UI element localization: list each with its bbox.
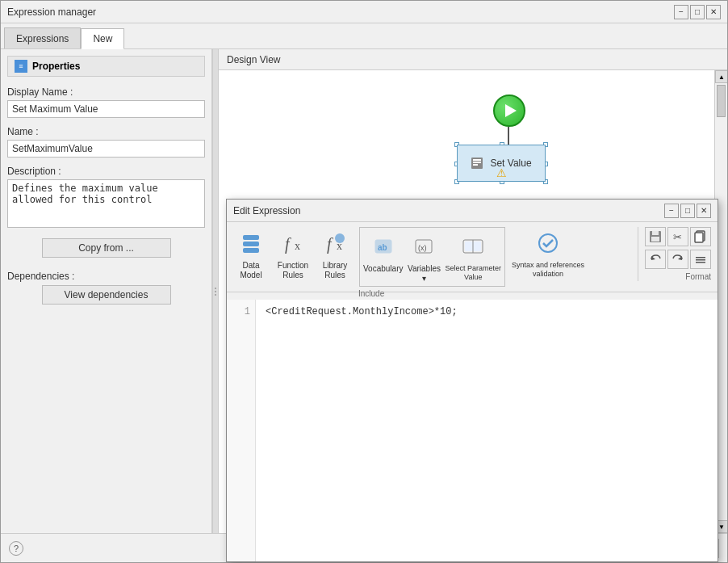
vocabulary-icon: ab [372,235,395,258]
name-input[interactable] [7,140,205,158]
play-icon [505,104,517,117]
function-rules-button[interactable]: f x [277,227,309,259]
copy-button[interactable] [690,227,711,246]
toolbar-variables-group: (x) Variables▾ [406,230,441,284]
properties-icon: ≡ [15,60,27,73]
tab-expressions[interactable]: Expressions [4,27,81,48]
redo-button[interactable] [667,250,688,269]
data-model-button[interactable] [235,227,267,259]
dialog-minimize-button[interactable]: − [664,204,679,218]
function-icon: f x [282,232,304,254]
display-name-input[interactable] [7,100,205,118]
svg-rect-29 [696,259,705,261]
redo-icon [672,253,684,266]
set-value-node[interactable]: Set Value ⚠ [457,145,546,182]
right-toolbar-row-1: ✂ [645,227,711,246]
warning-icon: ⚠ [496,166,507,179]
toolbar-syntax-validation-group: Syntax and referencesvalidation [512,227,584,279]
code-editor[interactable]: 1 <CreditRequest.MonthlyIncome>*10; [227,300,718,561]
scroll-thumb[interactable] [717,85,726,117]
description-textarea[interactable]: Defines the maximum value allowed for th… [7,179,205,228]
function-rules-label: FunctionRules [278,261,308,280]
description-group: Description : Defines the maximum value … [7,166,205,230]
toolbar-data-model-group: DataModel [233,227,269,280]
format-label: Format [645,272,711,281]
panel-header: ≡ Properties [7,56,205,77]
dialog-title: Edit Expression [233,205,300,216]
svg-rect-22 [651,237,659,242]
name-group: Name : [7,126,205,158]
select-parameter-button[interactable] [457,230,489,263]
toolbar-function-rules-group: f x FunctionRules [275,227,311,280]
title-bar: Expression manager − □ ✕ [1,1,727,23]
scroll-up-button[interactable]: ▲ [715,70,727,83]
help-button[interactable]: ? [9,541,23,556]
name-label: Name : [7,126,205,137]
variables-button[interactable]: (x) [408,230,440,263]
flow-start-node[interactable] [493,95,525,127]
dialog-maximize-button[interactable]: □ [680,204,695,218]
syntax-validation-button[interactable] [532,227,564,259]
close-button[interactable]: ✕ [706,5,721,19]
svg-marker-27 [678,256,682,260]
svg-rect-3 [473,164,478,166]
dependencies-group: Dependencies : View dependencies [7,271,205,305]
dependencies-label: Dependencies : [7,271,205,282]
undo-button[interactable] [645,250,666,269]
design-view-header: Design View [219,49,727,70]
select-parameter-icon [462,235,484,258]
library-icon: f x [324,232,346,254]
edit-expression-dialog: Edit Expression − □ ✕ DataModel f [226,199,718,562]
code-content[interactable]: <CreditRequest.MonthlyIncome>*10; [256,300,718,561]
tab-new[interactable]: New [81,28,124,49]
flow-node-container: Set Value ⚠ [457,145,546,182]
variables-icon: (x) [412,235,435,258]
save-button[interactable] [645,227,666,246]
view-dependencies-button[interactable]: View dependencies [42,285,171,305]
svg-text:f: f [327,235,333,254]
design-view-label: Design View [227,54,280,65]
svg-point-11 [335,233,345,243]
right-toolbar: ✂ [638,227,711,281]
more-icon [694,253,707,266]
vocabulary-button[interactable]: ab [367,230,400,263]
svg-point-19 [539,234,557,252]
include-group: ab Vocabulary (x) Variables▾ [359,227,505,287]
svg-text:ab: ab [378,243,387,252]
svg-rect-4 [243,235,259,240]
display-name-group: Display Name : [7,86,205,118]
data-model-label: DataModel [240,261,261,280]
save-icon [649,230,662,243]
data-model-icon [240,232,262,254]
minimize-button[interactable]: − [674,5,688,19]
maximize-button[interactable]: □ [690,5,705,19]
svg-rect-28 [696,257,705,258]
line-numbers: 1 [227,300,256,561]
syntax-validation-label: Syntax and referencesvalidation [512,261,584,279]
title-bar-controls: − □ ✕ [674,5,721,19]
title-bar-left: Expression manager [7,6,96,18]
library-rules-button[interactable]: f x [319,227,351,259]
svg-marker-26 [651,256,655,260]
more-button[interactable] [690,250,711,269]
window-title: Expression manager [7,6,96,18]
vocabulary-label: Vocabulary [363,264,403,274]
svg-rect-5 [243,242,259,246]
display-name-label: Display Name : [7,86,205,98]
svg-rect-21 [652,231,659,235]
svg-text:f: f [285,235,291,254]
copy-from-button[interactable]: Copy from ... [42,238,171,258]
dialog-close-button[interactable]: ✕ [697,204,711,218]
properties-label: Properties [32,61,80,72]
svg-text:✂: ✂ [673,231,682,243]
right-toolbar-row-2 [645,250,711,269]
toolbar-vocabulary-group: ab Vocabulary [363,230,403,274]
variables-label: Variables▾ [408,264,441,284]
left-panel: ≡ Properties Display Name : Name : Descr… [1,49,212,533]
cut-button[interactable]: ✂ [667,227,688,246]
cut-icon: ✂ [672,230,684,243]
copy-icon [694,230,707,243]
svg-text:x: x [295,240,300,252]
panel-separator[interactable] [212,49,219,533]
dialog-controls: − □ ✕ [664,204,711,218]
